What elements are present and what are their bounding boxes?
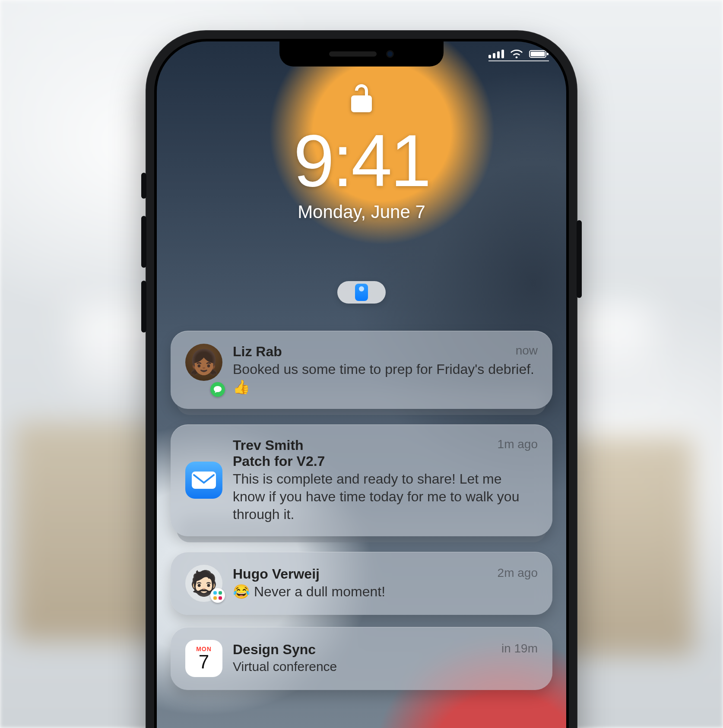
calendar-icon-day: 7	[199, 652, 209, 671]
notification-sender: Liz Rab	[233, 344, 282, 360]
notification-subject: Patch for V2.7	[233, 453, 538, 469]
phone-frame: 9:41 Monday, June 7 👧🏾	[146, 30, 577, 728]
clock-date: Monday, June 7	[157, 202, 566, 222]
focus-mode-pill[interactable]	[337, 281, 386, 304]
clock-time: 9:41	[157, 124, 566, 197]
mail-app-icon	[185, 462, 222, 499]
power-button[interactable]	[577, 220, 582, 298]
slack-app-badge-icon	[210, 588, 225, 603]
notification-item: 🧔🏻 Hugo Verweij 2m ago 😂 Never a dull mo…	[171, 552, 552, 615]
front-camera	[386, 50, 394, 58]
contact-avatar: 👧🏾	[185, 344, 222, 381]
svg-rect-3	[192, 472, 216, 489]
notification-card[interactable]: 🧔🏻 Hugo Verweij 2m ago 😂 Never a dull mo…	[171, 552, 552, 615]
battery-icon	[529, 49, 549, 59]
notification-timestamp: 1m ago	[498, 437, 538, 453]
notification-timestamp: 2m ago	[498, 566, 538, 582]
lock-screen[interactable]: 9:41 Monday, June 7 👧🏾	[157, 41, 566, 728]
calendar-app-icon: MON 7	[185, 640, 222, 677]
speaker-grille	[329, 51, 377, 57]
status-bar	[488, 49, 549, 59]
notification-timestamp: now	[516, 344, 538, 360]
notification-title: Design Sync	[233, 642, 316, 658]
volume-up-button[interactable]	[141, 216, 146, 268]
cellular-signal-icon	[488, 50, 504, 58]
notification-sender: Trev Smith	[233, 437, 304, 453]
notification-message: 😂 Never a dull moment!	[233, 583, 538, 601]
notification-card[interactable]: Trev Smith 1m ago Patch for V2.7 This is…	[171, 424, 552, 536]
notification-stack: 👧🏾 Liz Rab now Booked us some time to pr…	[171, 331, 552, 409]
mute-switch[interactable]	[141, 173, 146, 199]
notification-item: MON 7 Design Sync in 19m Virtual confere…	[171, 627, 552, 690]
volume-down-button[interactable]	[141, 281, 146, 332]
notification-card[interactable]: 👧🏾 Liz Rab now Booked us some time to pr…	[171, 331, 552, 409]
messages-app-badge-icon	[210, 382, 225, 397]
wifi-icon	[510, 49, 523, 59]
focus-badge-icon	[355, 284, 368, 301]
svg-rect-2	[547, 53, 549, 55]
notification-timestamp: in 19m	[501, 642, 538, 658]
unlock-icon	[157, 82, 566, 116]
svg-rect-1	[531, 52, 545, 57]
notification-subtitle: Virtual conference	[233, 658, 538, 675]
notification-card[interactable]: MON 7 Design Sync in 19m Virtual confere…	[171, 627, 552, 690]
notch	[279, 41, 444, 66]
notification-list: 👧🏾 Liz Rab now Booked us some time to pr…	[171, 331, 552, 706]
notification-stack: Trev Smith 1m ago Patch for V2.7 This is…	[171, 424, 552, 536]
notification-message: Booked us some time to prep for Friday's…	[233, 361, 538, 396]
notification-message: This is complete and ready to share! Let…	[233, 470, 538, 523]
notification-sender: Hugo Verweij	[233, 566, 320, 582]
